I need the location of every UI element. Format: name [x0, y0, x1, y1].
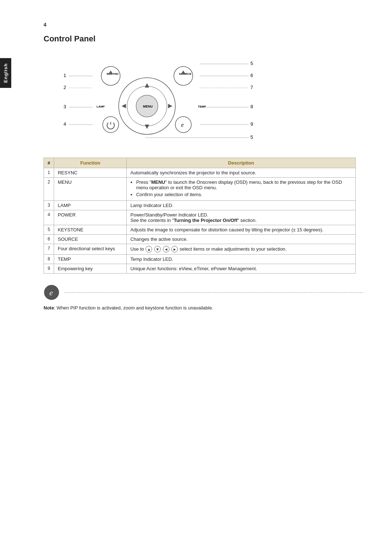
- table-row: 1 RESYNC Automatically synchronizes the …: [44, 168, 356, 178]
- page: English 4 Control Panel 1 2 3 4 5 6 7 8 …: [0, 0, 392, 555]
- right-arrow-icon: ►: [171, 246, 178, 252]
- table-row: 5 KEYSTONE Adjusts the image to compensa…: [44, 225, 356, 235]
- note-icon-svg: e: [44, 284, 60, 300]
- svg-text:2: 2: [64, 85, 66, 90]
- up-arrow-icon: ▲: [146, 246, 152, 252]
- svg-text:8: 8: [250, 104, 253, 109]
- control-panel-diagram: 1 2 3 4 5 6 7 8 9 5 RES: [44, 52, 298, 147]
- note-area: e: [44, 284, 363, 301]
- table-row: 7 Four directional select keys Use to ▲ …: [44, 244, 356, 255]
- svg-text:e: e: [181, 122, 184, 128]
- note-text-area: Note: When PIP function is activated, zo…: [44, 304, 363, 312]
- svg-point-20: [101, 66, 120, 85]
- svg-marker-34: [145, 83, 149, 88]
- note-content: : When PIP function is activated, zoom a…: [54, 305, 213, 311]
- note-text: Note: When PIP function is activated, zo…: [44, 304, 363, 312]
- table-header-description: Description: [127, 158, 356, 168]
- svg-text:RESYNC: RESYNC: [107, 72, 119, 76]
- svg-marker-33: [168, 104, 172, 108]
- svg-point-23: [174, 66, 193, 85]
- down-arrow-icon: ▼: [154, 246, 161, 252]
- control-panel-svg: 1 2 3 4 5 6 7 8 9 5 RES: [44, 52, 279, 147]
- table-header-function: Function: [54, 158, 127, 168]
- left-arrow-icon: ◄: [163, 246, 170, 252]
- table-row: 9 Empowering key Unique Acer functions: …: [44, 264, 356, 274]
- svg-text:3: 3: [64, 104, 66, 109]
- table-row: 6 SOURCE Changes the active source.: [44, 235, 356, 244]
- svg-text:TEMP: TEMP: [198, 105, 206, 108]
- svg-marker-35: [145, 125, 149, 129]
- note-icon: e: [44, 284, 60, 301]
- table-row: 2 MENU Press "MENU" to launch the Onscre…: [44, 178, 356, 201]
- note-bold: Note: [44, 305, 54, 311]
- svg-text:e: e: [49, 288, 53, 297]
- table-row: 3 LAMP Lamp Indicator LED.: [44, 201, 356, 210]
- table-header-num: #: [44, 158, 54, 168]
- table-row: 4 POWER Power/Standby/Power Indicator LE…: [44, 210, 356, 225]
- svg-text:5: 5: [250, 61, 253, 66]
- page-number: 4: [44, 22, 363, 28]
- svg-text:1: 1: [64, 73, 66, 78]
- table-row: 8 TEMP Temp Indicator LED.: [44, 255, 356, 264]
- svg-text:4: 4: [64, 121, 66, 127]
- function-table: # Function Description 1 RESYNC Automati…: [44, 158, 356, 274]
- svg-text:6: 6: [250, 73, 253, 78]
- svg-text:LAMP: LAMP: [97, 105, 105, 108]
- note-dashed-line: [65, 292, 363, 293]
- svg-text:7: 7: [250, 85, 253, 90]
- page-title: Control Panel: [44, 34, 363, 44]
- svg-text:5: 5: [250, 134, 253, 140]
- svg-text:MENU: MENU: [143, 105, 153, 108]
- svg-marker-32: [122, 104, 126, 108]
- svg-text:9: 9: [250, 121, 253, 127]
- side-tab: English: [0, 58, 11, 88]
